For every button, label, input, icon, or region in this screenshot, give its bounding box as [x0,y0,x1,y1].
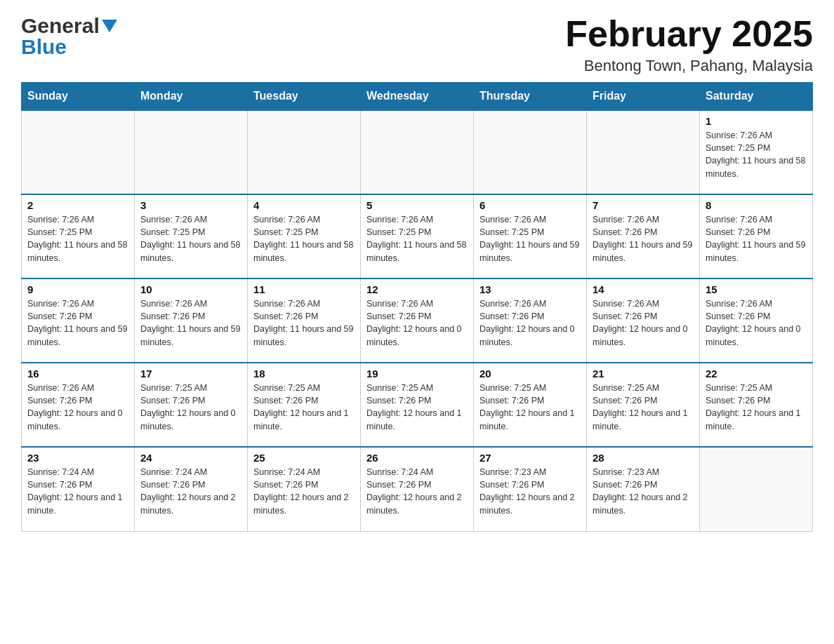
table-cell: 4Sunrise: 7:26 AMSunset: 7:25 PMDaylight… [248,194,361,279]
location-subtitle: Bentong Town, Pahang, Malaysia [565,57,813,75]
day-info: Sunrise: 7:26 AMSunset: 7:26 PMDaylight:… [479,297,581,349]
week-row-2: 2Sunrise: 7:26 AMSunset: 7:25 PMDaylight… [22,194,813,279]
day-info: Sunrise: 7:26 AMSunset: 7:26 PMDaylight:… [140,297,241,349]
day-number: 3 [140,199,241,211]
day-info: Sunrise: 7:26 AMSunset: 7:25 PMDaylight:… [253,213,355,264]
day-info: Sunrise: 7:24 AMSunset: 7:26 PMDaylight:… [27,466,128,517]
table-cell: 26Sunrise: 7:24 AMSunset: 7:26 PMDayligh… [361,447,474,531]
day-info: Sunrise: 7:26 AMSunset: 7:26 PMDaylight:… [253,297,355,349]
logo-arrow-icon [102,20,117,32]
day-number: 11 [253,283,355,295]
day-info: Sunrise: 7:26 AMSunset: 7:25 PMDaylight:… [27,213,128,264]
day-info: Sunrise: 7:26 AMSunset: 7:26 PMDaylight:… [366,297,468,349]
table-cell [587,110,700,194]
table-cell [361,110,474,194]
day-number: 22 [706,368,807,380]
day-number: 12 [366,283,468,295]
day-number: 20 [479,368,581,380]
day-number: 4 [253,199,355,211]
table-cell: 11Sunrise: 7:26 AMSunset: 7:26 PMDayligh… [248,279,361,363]
day-info: Sunrise: 7:23 AMSunset: 7:26 PMDaylight:… [479,466,581,517]
day-number: 27 [479,452,581,464]
day-number: 26 [366,452,468,464]
day-info: Sunrise: 7:25 AMSunset: 7:26 PMDaylight:… [366,382,468,433]
table-cell: 17Sunrise: 7:25 AMSunset: 7:26 PMDayligh… [135,363,248,447]
day-info: Sunrise: 7:26 AMSunset: 7:25 PMDaylight:… [366,213,468,264]
day-info: Sunrise: 7:26 AMSunset: 7:26 PMDaylight:… [706,213,807,264]
table-cell: 1Sunrise: 7:26 AMSunset: 7:25 PMDaylight… [700,110,813,194]
day-number: 18 [253,368,355,380]
day-info: Sunrise: 7:26 AMSunset: 7:26 PMDaylight:… [27,382,128,433]
logo: General Blue [21,14,117,59]
week-row-4: 16Sunrise: 7:26 AMSunset: 7:26 PMDayligh… [22,363,813,447]
header-monday: Monday [135,83,248,111]
weekday-header-row: Sunday Monday Tuesday Wednesday Thursday… [22,83,813,111]
day-number: 25 [253,452,355,464]
table-cell [248,110,361,194]
day-number: 24 [140,452,241,464]
table-cell: 25Sunrise: 7:24 AMSunset: 7:26 PMDayligh… [248,447,361,531]
day-number: 1 [706,115,807,127]
day-info: Sunrise: 7:24 AMSunset: 7:26 PMDaylight:… [140,466,241,517]
table-cell [135,110,248,194]
day-info: Sunrise: 7:24 AMSunset: 7:26 PMDaylight:… [366,466,468,517]
day-number: 21 [593,368,694,380]
logo-general-text: General [21,14,100,38]
table-cell: 9Sunrise: 7:26 AMSunset: 7:26 PMDaylight… [22,279,135,363]
svg-marker-0 [102,20,117,32]
day-number: 16 [27,368,128,380]
day-number: 13 [479,283,581,295]
table-cell [22,110,135,194]
day-info: Sunrise: 7:25 AMSunset: 7:26 PMDaylight:… [253,382,355,433]
day-number: 8 [706,199,807,211]
table-cell: 3Sunrise: 7:26 AMSunset: 7:25 PMDaylight… [135,194,248,279]
day-info: Sunrise: 7:25 AMSunset: 7:26 PMDaylight:… [140,382,241,433]
day-info: Sunrise: 7:26 AMSunset: 7:26 PMDaylight:… [27,297,128,349]
day-info: Sunrise: 7:25 AMSunset: 7:26 PMDaylight:… [706,382,807,433]
day-info: Sunrise: 7:26 AMSunset: 7:25 PMDaylight:… [706,129,807,180]
calendar-table: Sunday Monday Tuesday Wednesday Thursday… [21,82,813,532]
header-saturday: Saturday [700,83,813,111]
table-cell: 24Sunrise: 7:24 AMSunset: 7:26 PMDayligh… [135,447,248,531]
table-cell: 28Sunrise: 7:23 AMSunset: 7:26 PMDayligh… [587,447,700,531]
day-number: 14 [593,283,694,295]
table-cell [474,110,587,194]
day-info: Sunrise: 7:26 AMSunset: 7:26 PMDaylight:… [706,297,807,349]
header-tuesday: Tuesday [248,83,361,111]
day-number: 23 [27,452,128,464]
table-cell: 27Sunrise: 7:23 AMSunset: 7:26 PMDayligh… [474,447,587,531]
day-number: 7 [593,199,694,211]
table-cell: 6Sunrise: 7:26 AMSunset: 7:25 PMDaylight… [474,194,587,279]
table-cell: 10Sunrise: 7:26 AMSunset: 7:26 PMDayligh… [135,279,248,363]
day-number: 17 [140,368,241,380]
table-cell: 23Sunrise: 7:24 AMSunset: 7:26 PMDayligh… [22,447,135,531]
table-cell: 22Sunrise: 7:25 AMSunset: 7:26 PMDayligh… [700,363,813,447]
month-year-title: February 2025 [565,14,813,54]
table-cell: 21Sunrise: 7:25 AMSunset: 7:26 PMDayligh… [587,363,700,447]
week-row-3: 9Sunrise: 7:26 AMSunset: 7:26 PMDaylight… [22,279,813,363]
table-cell: 2Sunrise: 7:26 AMSunset: 7:25 PMDaylight… [22,194,135,279]
day-number: 28 [593,452,694,464]
day-info: Sunrise: 7:26 AMSunset: 7:26 PMDaylight:… [593,297,694,349]
day-info: Sunrise: 7:26 AMSunset: 7:26 PMDaylight:… [593,213,694,264]
table-cell: 19Sunrise: 7:25 AMSunset: 7:26 PMDayligh… [361,363,474,447]
table-cell: 5Sunrise: 7:26 AMSunset: 7:25 PMDaylight… [361,194,474,279]
day-info: Sunrise: 7:25 AMSunset: 7:26 PMDaylight:… [479,382,581,433]
day-info: Sunrise: 7:26 AMSunset: 7:25 PMDaylight:… [479,213,581,264]
table-cell: 14Sunrise: 7:26 AMSunset: 7:26 PMDayligh… [587,279,700,363]
day-info: Sunrise: 7:24 AMSunset: 7:26 PMDaylight:… [253,466,355,517]
day-number: 5 [366,199,468,211]
day-number: 6 [479,199,581,211]
week-row-5: 23Sunrise: 7:24 AMSunset: 7:26 PMDayligh… [22,447,813,531]
table-cell: 20Sunrise: 7:25 AMSunset: 7:26 PMDayligh… [474,363,587,447]
page-header: General Blue February 2025 Bentong Town,… [21,14,813,75]
table-cell: 8Sunrise: 7:26 AMSunset: 7:26 PMDaylight… [700,194,813,279]
header-thursday: Thursday [474,83,587,111]
day-number: 9 [27,283,128,295]
header-friday: Friday [587,83,700,111]
day-number: 2 [27,199,128,211]
header-wednesday: Wednesday [361,83,474,111]
table-cell: 13Sunrise: 7:26 AMSunset: 7:26 PMDayligh… [474,279,587,363]
table-cell: 16Sunrise: 7:26 AMSunset: 7:26 PMDayligh… [22,363,135,447]
calendar-title-area: February 2025 Bentong Town, Pahang, Mala… [565,14,813,75]
